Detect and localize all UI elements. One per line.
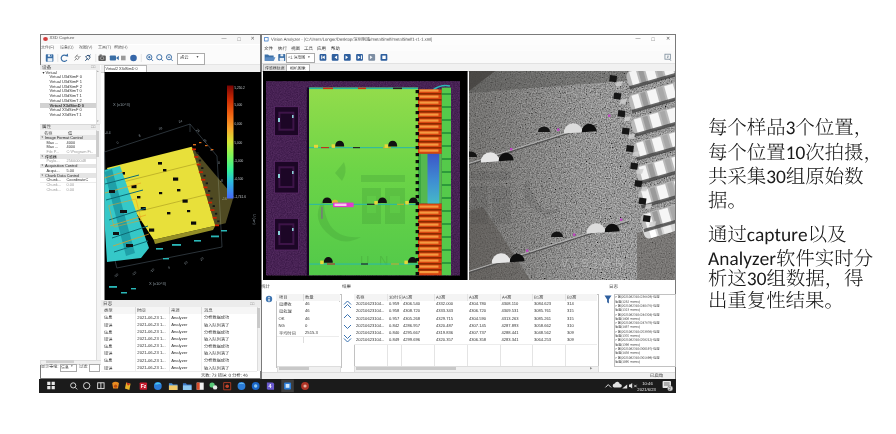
svg-text:VISION: VISION [561, 257, 628, 269]
svg-text:4: 4 [268, 384, 271, 390]
svg-text:-5,000: -5,000 [234, 159, 243, 163]
svg-text:5,250.2: 5,250.2 [234, 85, 245, 89]
svg-text:2021/6/23: 2021/6/23 [637, 387, 656, 392]
svg-text:X (x10^3): X (x10^3) [113, 102, 131, 107]
svg-text:Fz: Fz [140, 383, 146, 389]
svg-text:0: 0 [218, 161, 220, 165]
svg-text:0,000: 0,000 [234, 122, 242, 126]
svg-text:2: 2 [668, 387, 670, 391]
svg-text:-0.4: -0.4 [105, 131, 111, 135]
svg-text:5,000: 5,000 [234, 141, 242, 145]
svg-text:-1,741.6: -1,741.6 [234, 195, 246, 199]
svg-text:-0,500: -0,500 [234, 177, 243, 181]
svg-text:X (x10^3): X (x10^3) [149, 281, 167, 286]
svg-text:5,000: 5,000 [234, 103, 242, 107]
svg-text:10:46: 10:46 [642, 381, 653, 386]
svg-text:U (um): U (um) [252, 214, 256, 225]
svg-text:U N: U N [360, 253, 391, 268]
